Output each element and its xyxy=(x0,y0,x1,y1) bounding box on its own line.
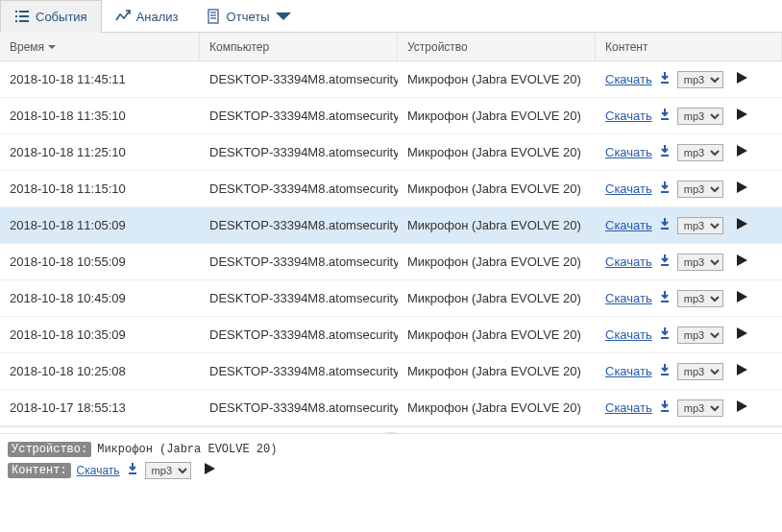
detail-format-select[interactable]: mp3 xyxy=(145,462,191,479)
cell-computer: DESKTOP-33394M8.atomsecurity.cor xyxy=(200,72,398,86)
svg-rect-18 xyxy=(661,191,669,193)
play-button[interactable] xyxy=(735,144,748,160)
cell-computer: DESKTOP-33394M8.atomsecurity.cor xyxy=(200,145,398,159)
download-link[interactable]: Скачать xyxy=(605,181,652,196)
table-row[interactable]: 2018-10-18 11:05:09DESKTOP-33394M8.atoms… xyxy=(0,207,782,244)
format-select[interactable]: mp3 xyxy=(677,181,723,198)
tab-analysis-label: Анализ xyxy=(136,10,179,24)
cell-time: 2018-10-18 11:15:10 xyxy=(0,181,200,196)
detail-device-label: Устройство: xyxy=(8,442,91,457)
detail-play-button[interactable] xyxy=(203,462,216,479)
svg-rect-0 xyxy=(15,11,17,12)
play-button[interactable] xyxy=(735,290,748,306)
download-icon[interactable] xyxy=(126,462,139,479)
download-link[interactable]: Скачать xyxy=(605,400,652,415)
download-icon[interactable] xyxy=(658,290,672,306)
svg-rect-14 xyxy=(661,118,669,120)
cell-content: Скачатьmp3 xyxy=(596,290,782,307)
download-icon[interactable] xyxy=(658,217,672,233)
cell-content: Скачатьmp3 xyxy=(596,254,782,271)
format-select[interactable]: mp3 xyxy=(677,217,723,234)
svg-marker-31 xyxy=(737,400,747,412)
download-link[interactable]: Скачать xyxy=(605,145,652,159)
download-icon[interactable] xyxy=(658,181,672,197)
play-button[interactable] xyxy=(735,108,748,124)
table-row[interactable]: 2018-10-17 18:55:13DESKTOP-33394M8.atoms… xyxy=(0,390,782,426)
table-row[interactable]: 2018-10-18 10:55:09DESKTOP-33394M8.atoms… xyxy=(0,244,782,280)
download-icon[interactable] xyxy=(658,399,672,416)
svg-rect-3 xyxy=(19,11,29,12)
download-icon[interactable] xyxy=(658,144,672,160)
download-link[interactable]: Скачать xyxy=(605,327,652,342)
format-select[interactable]: mp3 xyxy=(677,399,723,417)
cell-device: Микрофон (Jabra EVOLVE 20) xyxy=(398,364,596,378)
play-button[interactable] xyxy=(735,254,748,270)
format-select[interactable]: mp3 xyxy=(677,144,723,161)
table-row[interactable]: 2018-10-18 11:15:10DESKTOP-33394M8.atoms… xyxy=(0,171,782,207)
play-button[interactable] xyxy=(735,217,748,233)
tab-reports[interactable]: Отчеты xyxy=(192,0,305,33)
download-link[interactable]: Скачать xyxy=(605,291,652,305)
cell-computer: DESKTOP-33394M8.atomsecurity.cor xyxy=(200,181,398,196)
table-row[interactable]: 2018-10-18 11:35:10DESKTOP-33394M8.atoms… xyxy=(0,98,782,134)
play-button[interactable] xyxy=(735,363,748,379)
cell-device: Микрофон (Jabra EVOLVE 20) xyxy=(398,145,596,159)
cell-device: Микрофон (Jabra EVOLVE 20) xyxy=(398,400,596,415)
table-row[interactable]: 2018-10-18 11:25:10DESKTOP-33394M8.atoms… xyxy=(0,134,782,171)
cell-device: Микрофон (Jabra EVOLVE 20) xyxy=(398,291,596,305)
format-select[interactable]: mp3 xyxy=(677,254,723,271)
download-icon[interactable] xyxy=(658,108,672,124)
play-button[interactable] xyxy=(735,71,748,87)
play-button[interactable] xyxy=(735,181,748,197)
detail-content-row: Контент: Скачать mp3 xyxy=(8,462,774,479)
header-content[interactable]: Контент xyxy=(596,33,782,60)
cell-computer: DESKTOP-33394M8.atomsecurity.cor xyxy=(200,218,398,232)
header-computer-label: Компьютер xyxy=(209,40,269,54)
cell-device: Микрофон (Jabra EVOLVE 20) xyxy=(398,181,596,196)
format-select[interactable]: mp3 xyxy=(677,290,723,307)
tab-analysis[interactable]: Анализ xyxy=(102,0,192,33)
table-row[interactable]: 2018-10-18 11:45:11DESKTOP-33394M8.atoms… xyxy=(0,61,782,98)
detail-download-link[interactable]: Скачать xyxy=(77,464,120,477)
cell-time: 2018-10-18 10:45:09 xyxy=(0,291,200,305)
download-link[interactable]: Скачать xyxy=(605,72,652,86)
download-icon[interactable] xyxy=(658,254,672,270)
header-time[interactable]: Время xyxy=(0,33,200,60)
cell-device: Микрофон (Jabra EVOLVE 20) xyxy=(398,218,596,232)
table-row[interactable]: 2018-10-18 10:45:09DESKTOP-33394M8.atoms… xyxy=(0,280,782,317)
svg-rect-24 xyxy=(661,301,669,302)
svg-rect-6 xyxy=(208,10,218,23)
sort-desc-icon xyxy=(48,43,56,51)
cell-content: Скачатьmp3 xyxy=(596,144,782,161)
cell-computer: DESKTOP-33394M8.atomsecurity.cor xyxy=(200,254,398,269)
download-icon[interactable] xyxy=(658,363,672,379)
format-select[interactable]: mp3 xyxy=(677,108,723,125)
table-row[interactable]: 2018-10-18 10:35:09DESKTOP-33394M8.atoms… xyxy=(0,317,782,353)
cell-computer: DESKTOP-33394M8.atomsecurity.cor xyxy=(200,364,398,378)
format-select[interactable]: mp3 xyxy=(677,326,723,344)
header-time-label: Время xyxy=(10,40,44,54)
download-link[interactable]: Скачать xyxy=(605,364,652,378)
list-icon xyxy=(14,9,30,24)
download-icon[interactable] xyxy=(658,71,672,87)
tab-events[interactable]: События xyxy=(0,0,102,33)
header-device[interactable]: Устройство xyxy=(398,33,596,60)
header-computer[interactable]: Компьютер xyxy=(200,33,398,60)
play-button[interactable] xyxy=(735,326,748,343)
download-link[interactable]: Скачать xyxy=(605,218,652,232)
splitter-handle[interactable]: ..... xyxy=(0,426,782,434)
download-link[interactable]: Скачать xyxy=(605,254,652,269)
table-row[interactable]: 2018-10-18 10:25:08DESKTOP-33394M8.atoms… xyxy=(0,353,782,390)
download-icon[interactable] xyxy=(658,326,672,343)
cell-device: Микрофон (Jabra EVOLVE 20) xyxy=(398,72,596,86)
cell-computer: DESKTOP-33394M8.atomsecurity.cor xyxy=(200,400,398,415)
play-button[interactable] xyxy=(735,399,748,416)
svg-rect-20 xyxy=(661,228,669,230)
svg-rect-32 xyxy=(129,472,136,474)
detail-panel: Устройство: Микрофон (Jabra EVOLVE 20) К… xyxy=(0,434,782,492)
cell-computer: DESKTOP-33394M8.atomsecurity.cor xyxy=(200,291,398,305)
format-select[interactable]: mp3 xyxy=(677,363,723,380)
download-link[interactable]: Скачать xyxy=(605,109,652,123)
format-select[interactable]: mp3 xyxy=(677,71,723,88)
svg-rect-5 xyxy=(19,20,29,22)
